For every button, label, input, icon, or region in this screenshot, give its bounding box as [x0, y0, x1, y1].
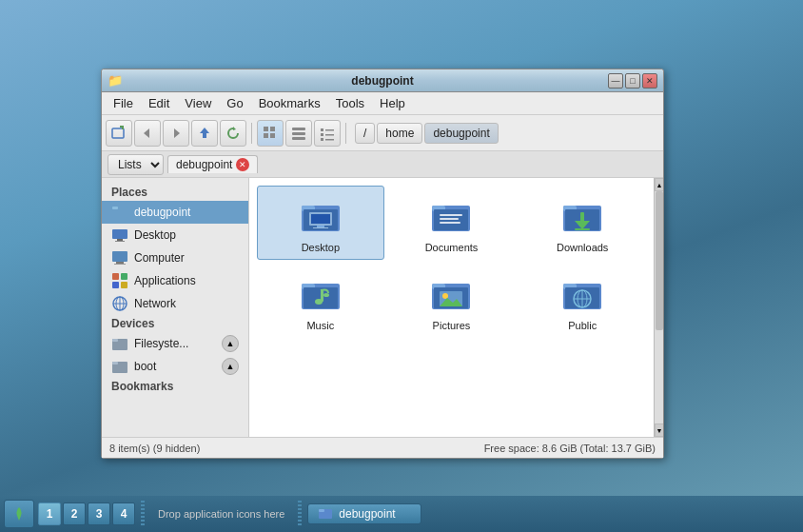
scroll-thumb[interactable] — [656, 191, 663, 330]
sidebar-item-debugpoint-label: debugpoint — [134, 206, 190, 219]
taskbar-separator — [141, 501, 145, 527]
svg-rect-16 — [325, 129, 334, 131]
refresh-button[interactable] — [220, 120, 246, 147]
svg-rect-29 — [112, 273, 119, 280]
places-section-label: Places — [102, 184, 248, 201]
sidebar-item-filesystem[interactable]: Filesyste... — [111, 335, 188, 352]
items-count: 8 item(s) (9 hidden) — [109, 443, 200, 454]
boot-icon — [111, 358, 128, 375]
path-breadcrumb: / home debugpoint — [355, 123, 499, 144]
list-view-button[interactable] — [314, 120, 341, 147]
svg-marker-7 — [233, 127, 236, 130]
filesystem-eject-button[interactable]: ▲ — [222, 335, 239, 352]
svg-rect-32 — [121, 282, 127, 288]
svg-rect-0 — [112, 128, 124, 138]
svg-rect-59 — [575, 228, 590, 230]
path-current-button[interactable]: debugpoint — [424, 123, 498, 144]
toolbar: / home debugpoint — [102, 115, 663, 151]
sidebar-item-applications[interactable]: Applications — [102, 269, 248, 292]
svg-marker-3 — [144, 128, 149, 138]
file-grid: Desktop — [257, 186, 646, 338]
sidebar-item-computer[interactable]: Computer — [102, 246, 248, 269]
file-item-music[interactable]: Music — [257, 264, 384, 338]
music-file-label: Music — [306, 320, 334, 331]
titlebar: 📁 debugpoint — □ ✕ — [102, 69, 663, 92]
minimize-button[interactable]: — — [608, 73, 623, 89]
taskbar-drop-text: Drop application icons here — [150, 508, 292, 520]
back-button[interactable] — [134, 120, 161, 147]
svg-rect-80 — [319, 509, 324, 512]
svg-rect-47 — [313, 227, 328, 228]
svg-rect-23 — [112, 229, 127, 239]
tab-close-button[interactable]: ✕ — [236, 158, 249, 171]
desktop-icon — [111, 227, 128, 244]
menu-help[interactable]: Help — [374, 94, 411, 112]
filesystem-icon — [111, 335, 128, 352]
sidebar-item-boot-row: boot ▲ — [102, 355, 248, 378]
debugpoint-icon — [111, 204, 128, 221]
svg-rect-40 — [112, 362, 118, 365]
sidebar-item-network[interactable]: Network — [102, 292, 248, 315]
workspace-1-button[interactable]: 1 — [38, 502, 61, 525]
svg-rect-52 — [440, 218, 459, 220]
menu-view[interactable]: View — [179, 94, 217, 112]
svg-rect-10 — [264, 133, 268, 138]
sidebar-item-desktop[interactable]: Desktop — [102, 224, 248, 246]
svg-rect-51 — [440, 214, 462, 216]
public-file-label: Public — [568, 320, 597, 331]
svg-rect-19 — [321, 138, 323, 141]
documents-folder-icon — [428, 192, 474, 238]
file-item-desktop[interactable]: Desktop — [257, 186, 384, 260]
current-tab[interactable]: debugpoint ✕ — [167, 155, 258, 173]
menu-bookmarks[interactable]: Bookmarks — [253, 94, 326, 112]
maximize-button[interactable]: □ — [625, 73, 640, 89]
menu-file[interactable]: File — [108, 94, 139, 112]
svg-rect-14 — [292, 137, 305, 140]
workspace-2-button[interactable]: 2 — [63, 502, 86, 525]
close-button[interactable]: ✕ — [642, 73, 657, 89]
workspace-4-button[interactable]: 4 — [112, 502, 135, 525]
sidebar-item-network-label: Network — [134, 297, 176, 310]
view-type-dropdown[interactable]: Lists — [108, 154, 164, 175]
workspace-3-button[interactable]: 3 — [88, 502, 110, 525]
sidebar-item-filesystem-label: Filesyste... — [134, 337, 188, 350]
vertical-scrollbar[interactable]: ▲ ▼ — [654, 178, 663, 437]
svg-rect-26 — [112, 251, 127, 262]
svg-point-65 — [323, 293, 329, 297]
menu-edit[interactable]: Edit — [143, 94, 175, 112]
scroll-up-button[interactable]: ▲ — [655, 178, 663, 191]
svg-rect-20 — [325, 139, 334, 141]
svg-rect-18 — [325, 134, 334, 136]
path-home-button[interactable]: home — [377, 123, 422, 144]
path-root-button[interactable]: / — [355, 123, 375, 144]
scroll-down-button[interactable]: ▼ — [655, 424, 663, 437]
file-item-downloads[interactable]: Downloads — [519, 186, 646, 260]
toolbar-sep-2 — [345, 123, 346, 144]
icon-view-button[interactable] — [257, 120, 284, 147]
downloads-file-label: Downloads — [557, 242, 608, 253]
scroll-track[interactable] — [655, 191, 663, 424]
downloads-folder-icon — [559, 192, 605, 238]
sidebar-item-desktop-label: Desktop — [134, 228, 176, 242]
file-item-pictures[interactable]: Pictures — [388, 264, 516, 338]
sidebar-item-debugpoint[interactable]: debugpoint — [102, 201, 248, 224]
svg-rect-15 — [321, 128, 323, 131]
computer-icon — [111, 249, 128, 266]
devices-section-label: Devices — [102, 315, 248, 332]
taskbar: 1 2 3 4 Drop application icons here debu… — [0, 496, 803, 532]
forward-button[interactable] — [163, 120, 189, 147]
compact-view-button[interactable] — [285, 120, 312, 147]
new-window-button[interactable] — [106, 120, 132, 147]
menubar: File Edit View Go Bookmarks Tools Help — [102, 92, 663, 115]
taskbar-system-button[interactable] — [4, 500, 34, 528]
file-item-public[interactable]: Public — [519, 264, 646, 338]
menu-go[interactable]: Go — [221, 94, 248, 112]
file-area: Desktop — [249, 178, 663, 437]
file-item-documents[interactable]: Documents — [388, 186, 516, 260]
up-button[interactable] — [191, 120, 218, 147]
menu-tools[interactable]: Tools — [330, 94, 370, 112]
taskbar-app-button[interactable]: debugpoint — [307, 503, 421, 524]
sidebar-item-boot[interactable]: boot — [111, 358, 156, 375]
boot-eject-button[interactable]: ▲ — [222, 358, 239, 375]
svg-rect-30 — [121, 273, 127, 280]
